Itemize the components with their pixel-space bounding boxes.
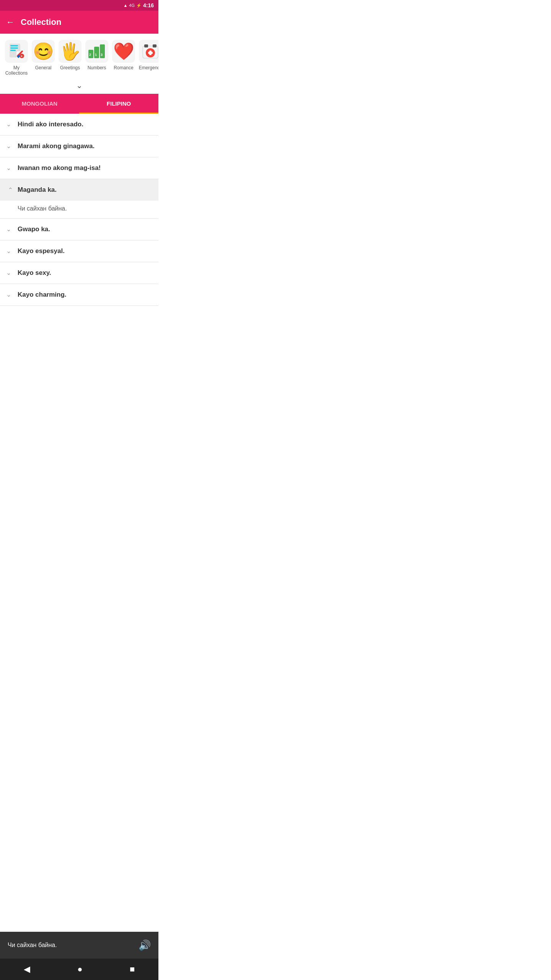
phrase-row-8[interactable]: ⌄ Kayo charming. [0, 284, 158, 305]
time-display: 4:16 [143, 2, 154, 8]
phrase-item-8: ⌄ Kayo charming. [0, 284, 158, 306]
phrase-list-container: ⌄ Hindi ako interesado. ⌄ Marami akong g… [0, 114, 158, 356]
svg-rect-3 [10, 50, 16, 51]
category-item-emergency[interactable]: Emergency [137, 40, 158, 70]
svg-text:+: + [21, 54, 23, 58]
greetings-label: Greetings [60, 65, 80, 70]
my-collections-icon: + [5, 40, 28, 63]
chevron-icon-4: ⌄ [6, 186, 13, 193]
my-collections-label: My Collections [5, 65, 28, 76]
phrase-text-4: Maganda ka. [18, 186, 57, 194]
phrase-row-4[interactable]: ⌄ Maganda ka. [0, 179, 158, 201]
svg-rect-20 [148, 52, 153, 54]
status-bar: ▲ 4G ⚡ 4:16 [0, 0, 158, 11]
tab-filipino[interactable]: FILIPINO [79, 94, 158, 114]
emergency-icon [139, 40, 158, 63]
expand-categories-row: ⌄ [0, 79, 158, 94]
svg-rect-1 [10, 45, 18, 46]
translation-row-4: Чи сайхан байна. [0, 201, 158, 218]
chevron-icon-7: ⌄ [6, 269, 13, 276]
page-title: Collection [21, 17, 61, 27]
network-icon: ▲ [123, 3, 127, 8]
romance-icon: ❤️ [112, 40, 135, 63]
general-label: General [35, 65, 52, 70]
svg-rect-17 [153, 44, 156, 47]
phrase-row-7[interactable]: ⌄ Kayo sexy. [0, 262, 158, 284]
svg-text:2: 2 [89, 53, 91, 57]
numbers-icon: 2 1 3 [85, 40, 108, 63]
phrase-text-6: Kayo espesyal. [18, 247, 65, 255]
phrase-text-7: Kayo sexy. [18, 269, 51, 277]
chevron-icon-2: ⌄ [6, 142, 13, 150]
svg-text:3: 3 [101, 53, 103, 57]
svg-text:1: 1 [95, 53, 97, 57]
phrase-item-4: ⌄ Maganda ka. Чи сайхан байна. [0, 179, 158, 219]
category-item-romance[interactable]: ❤️ Romance [110, 40, 137, 70]
phrase-item-5: ⌄ Gwapo ka. [0, 219, 158, 240]
phrase-item-7: ⌄ Kayo sexy. [0, 262, 158, 284]
chevron-icon-1: ⌄ [6, 121, 13, 128]
phrase-item-1: ⌄ Hindi ako interesado. [0, 114, 158, 136]
phrase-row-2[interactable]: ⌄ Marami akong ginagawa. [0, 136, 158, 157]
category-scroll: + My Collections 😊 General 🖐️ Greetings … [0, 34, 158, 79]
tab-mongolian[interactable]: MONGOLIAN [0, 94, 79, 114]
chevron-icon-8: ⌄ [6, 291, 13, 298]
general-icon: 😊 [32, 40, 55, 63]
phrase-row-6[interactable]: ⌄ Kayo espesyal. [0, 240, 158, 262]
phrase-row-5[interactable]: ⌄ Gwapo ka. [0, 219, 158, 240]
numbers-label: Numbers [88, 65, 106, 70]
chevron-icon-6: ⌄ [6, 247, 13, 255]
back-button[interactable]: ← [6, 17, 15, 27]
svg-rect-16 [144, 44, 148, 47]
category-item-greetings[interactable]: 🖐️ Greetings [57, 40, 83, 70]
phrase-item-2: ⌄ Marami akong ginagawa. [0, 136, 158, 157]
status-icons: ▲ 4G ⚡ 4:16 [123, 2, 154, 8]
phrase-text-8: Kayo charming. [18, 291, 67, 299]
chevron-icon-3: ⌄ [6, 164, 13, 172]
phrase-text-1: Hindi ako interesado. [18, 121, 83, 128]
phrase-item-3: ⌄ Iwanan mo akong mag-isa! [0, 157, 158, 179]
svg-rect-2 [10, 47, 18, 49]
translation-text-4: Чи сайхан байна. [18, 205, 67, 212]
language-tabs: MONGOLIAN FILIPINO [0, 94, 158, 114]
battery-icon: ⚡ [136, 3, 142, 8]
chevron-icon-5: ⌄ [6, 225, 13, 233]
category-item-numbers[interactable]: 2 1 3 Numbers [83, 40, 110, 70]
emergency-label: Emergency [139, 65, 158, 70]
greetings-icon: 🖐️ [59, 40, 82, 63]
expand-categories-button[interactable]: ⌄ [76, 81, 83, 90]
category-item-general[interactable]: 😊 General [30, 40, 57, 70]
phrase-text-3: Iwanan mo akong mag-isa! [18, 164, 101, 172]
4g-label: 4G [129, 3, 135, 8]
phrase-row-3[interactable]: ⌄ Iwanan mo akong mag-isa! [0, 157, 158, 179]
phrase-list: ⌄ Hindi ako interesado. ⌄ Marami akong g… [0, 114, 158, 306]
phrase-text-5: Gwapo ka. [18, 225, 50, 233]
category-item-my-collections[interactable]: + My Collections [3, 40, 30, 76]
phrase-text-2: Marami akong ginagawa. [18, 142, 95, 150]
phrase-item-6: ⌄ Kayo espesyal. [0, 240, 158, 262]
romance-label: Romance [114, 65, 133, 70]
app-header: ← Collection [0, 11, 158, 34]
phrase-row-1[interactable]: ⌄ Hindi ako interesado. [0, 114, 158, 135]
